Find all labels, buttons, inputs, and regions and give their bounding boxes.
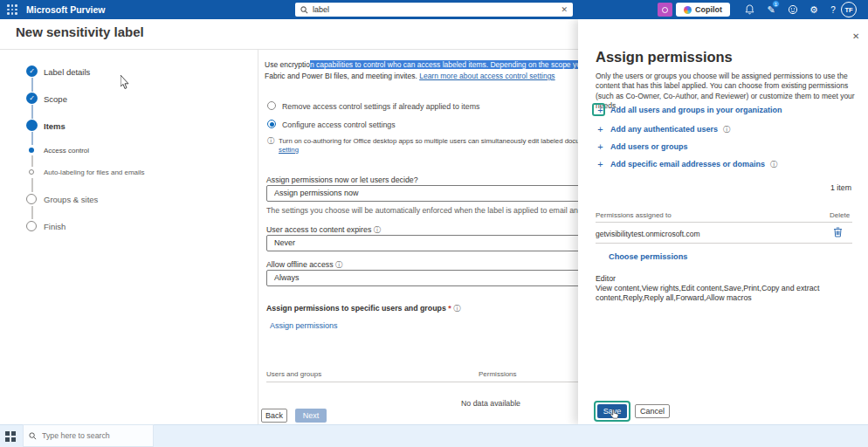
table-divider	[596, 222, 852, 223]
step-todo-icon	[26, 194, 37, 204]
search-clear-icon[interactable]: ✕	[561, 5, 568, 14]
step-todo-icon	[26, 221, 37, 231]
assigned-row-value: getvisibilitytest.onmicrosoft.com	[596, 230, 700, 238]
empty-table-text: No data available	[461, 399, 520, 408]
assign-now-dropdown[interactable]: Assign permissions now	[266, 185, 580, 202]
info-icon[interactable]: ⓘ	[335, 261, 342, 269]
wizard-substep-auto-labeling[interactable]: Auto-labeling for files and emails	[44, 168, 145, 176]
plus-icon: +	[596, 124, 605, 134]
add-all-users-link[interactable]: + Add all users and groups in your organ…	[596, 104, 782, 116]
delete-column-header: Delete	[830, 211, 850, 219]
nav-divider	[258, 50, 258, 424]
expires-dropdown[interactable]: Never	[266, 235, 580, 251]
learn-more-link[interactable]: Learn more about access control settings	[419, 72, 555, 80]
add-email-domains-link[interactable]: + Add specific email addresses or domain…	[596, 158, 777, 170]
app-launcher-icon[interactable]	[6, 3, 18, 16]
plus-icon: +	[596, 141, 605, 152]
wizard-step-groups-sites[interactable]: Groups & sites	[44, 195, 98, 204]
specific-users-label: Assign permissions to specific users and…	[266, 304, 460, 313]
assign-now-label: Assign permissions now or let users deci…	[266, 175, 418, 184]
cancel-button[interactable]: Cancel	[635, 404, 670, 418]
add-authenticated-users-link[interactable]: + Add any authenticated users ⓘ	[596, 123, 730, 135]
header-search-box[interactable]: ✕	[295, 3, 573, 17]
plus-icon: +	[596, 159, 605, 169]
add-users-groups-link[interactable]: + Add users or groups	[596, 141, 688, 153]
info-icon[interactable]: ⓘ	[374, 226, 381, 234]
plus-icon: +	[596, 105, 605, 115]
help-icon[interactable]: ?	[827, 3, 839, 16]
feedback-icon[interactable]	[787, 3, 799, 16]
back-button[interactable]: Back	[261, 409, 287, 423]
page-title: New sensitivity label	[16, 24, 144, 39]
wizard-step-finish[interactable]: Finish	[44, 222, 65, 231]
search-icon	[29, 432, 37, 440]
step-current-icon	[26, 120, 38, 131]
selected-text: n capabilities to control who can access…	[310, 60, 590, 69]
step-done-icon: ✓	[26, 93, 38, 104]
delete-trash-icon[interactable]	[833, 227, 843, 237]
taskbar-search-input[interactable]	[42, 431, 148, 440]
mouse-cursor	[121, 75, 130, 89]
wizard-step-items[interactable]: Items	[44, 121, 65, 131]
intro-line2: Fabric and Power BI files, and meeting i…	[265, 72, 578, 80]
info-icon[interactable]: ⓘ	[453, 305, 460, 313]
wizard-substep-access-control[interactable]: Access control	[44, 147, 89, 155]
wizard-step-scope[interactable]: Scope	[44, 94, 67, 104]
coauthoring-note: Turn on co-authoring for Office desktop …	[279, 137, 578, 145]
role-name: Editor	[596, 274, 616, 283]
permissions-column-header: Permissions	[479, 370, 517, 378]
assign-permissions-panel: ✕ Assign permissions Only the users or g…	[578, 19, 868, 424]
offline-access-dropdown[interactable]: Always	[266, 270, 580, 286]
substep-dot	[29, 169, 34, 175]
info-icon[interactable]: ⓘ	[723, 125, 730, 134]
hand-cursor	[610, 409, 620, 420]
radio-configure-access[interactable]	[267, 120, 276, 128]
users-groups-column-header: Users and groups	[266, 370, 321, 378]
wizard-step-label-details[interactable]: Label details	[44, 67, 90, 77]
next-button[interactable]: Next	[295, 409, 327, 423]
assign-now-help: The settings you choose will be automati…	[266, 206, 623, 215]
close-icon[interactable]: ✕	[852, 31, 859, 41]
copilot-button[interactable]: Copilot	[676, 3, 730, 17]
panel-title: Assign permissions	[596, 49, 733, 65]
table-divider	[596, 243, 852, 244]
search-icon	[300, 6, 308, 14]
offline-access-label: Allow offline access ⓘ	[266, 260, 342, 270]
expires-label: User access to content expires ⓘ	[266, 225, 381, 235]
info-icon[interactable]: ⓘ	[770, 160, 777, 169]
taskbar-search-box[interactable]	[23, 424, 154, 447]
copilot-label: Copilot	[695, 5, 722, 14]
assigned-to-column-header: Permissions assigned to	[596, 211, 672, 219]
table-divider	[266, 382, 578, 382]
notification-bell-icon[interactable]	[743, 3, 755, 16]
role-permissions: View content,View rights,Edit content,Sa…	[596, 284, 859, 304]
app-header: Microsoft Purview ✕ Copilot ✎ 1 ⚙ ? TF	[0, 0, 868, 19]
start-button-icon[interactable]	[5, 431, 16, 442]
radio-configure-label[interactable]: Configure access control settings	[282, 120, 396, 129]
assign-permissions-link[interactable]: Assign permissions	[270, 321, 338, 330]
title-divider	[0, 49, 578, 50]
app-title: Microsoft Purview	[26, 0, 105, 19]
info-icon: ⓘ	[267, 136, 274, 146]
required-asterisk: *	[448, 304, 451, 313]
windows-taskbar: ✦✦✦ O ✎ T 8 X S W 27°C Partly sunny ^ ☁ …	[0, 424, 868, 447]
copilot-logo-icon	[684, 6, 692, 14]
avatar[interactable]: TF	[841, 2, 857, 17]
substep-active-dot	[29, 148, 34, 153]
whats-new-badge: 1	[772, 0, 780, 8]
recorder-tool-icon[interactable]	[658, 3, 672, 17]
coauthoring-setting-link[interactable]: setting	[279, 146, 299, 154]
settings-gear-icon[interactable]: ⚙	[808, 3, 820, 16]
item-count: 1 item	[830, 183, 851, 192]
radio-remove-access[interactable]	[267, 101, 276, 110]
header-search-input[interactable]	[313, 5, 561, 14]
radio-remove-label[interactable]: Remove access control settings if alread…	[282, 102, 479, 111]
choose-permissions-link[interactable]: Choose permissions	[609, 252, 687, 261]
step-done-icon: ✓	[26, 65, 38, 77]
